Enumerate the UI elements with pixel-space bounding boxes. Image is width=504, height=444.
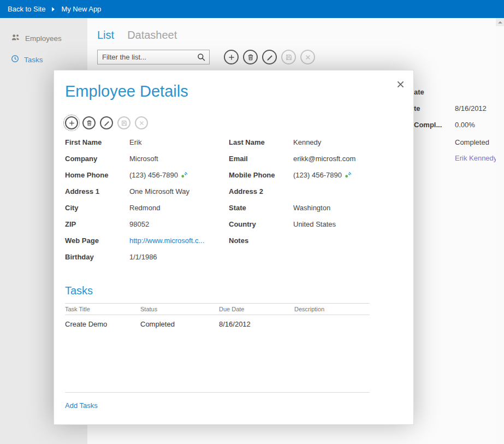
lync-presence-icon[interactable] — [345, 171, 352, 179]
column-header-task-title: Task Title — [65, 306, 140, 312]
people-icon — [11, 33, 20, 44]
web-page-link[interactable]: http://www.microsoft.c... — [129, 236, 204, 245]
toolbar-delete-button[interactable] — [243, 50, 258, 64]
bg-field-label: ate — [414, 88, 424, 96]
clock-icon — [11, 55, 19, 64]
sidebar-item-label: Tasks — [24, 56, 43, 64]
field-value-zip: 98052 — [129, 220, 229, 228]
column-header-due-date: Due Date — [219, 306, 294, 312]
field-label-city: City — [65, 204, 129, 212]
toolbar-edit-button[interactable] — [262, 50, 277, 64]
vertical-scrollbar[interactable] — [496, 18, 504, 444]
field-label-country: Country — [229, 220, 293, 228]
field-value-first-name: Erik — [129, 138, 229, 146]
dialog-cancel-button[interactable] — [135, 116, 148, 129]
field-label-birthday: Birthday — [65, 253, 129, 261]
field-label-company: Company — [65, 155, 129, 163]
field-value-city: Redmond — [129, 204, 229, 212]
scroll-up-button[interactable] — [496, 18, 504, 26]
list-action-bar — [97, 50, 315, 64]
field-value-last-name: Kennedy — [293, 138, 394, 146]
filter-input[interactable] — [98, 50, 209, 64]
tab-list[interactable]: List — [97, 29, 114, 42]
cell-due-date: 8/16/2012 — [219, 320, 294, 328]
home-phone-text: (123) 456-7890 — [129, 171, 178, 179]
table-row[interactable]: Create Demo Completed 8/16/2012 — [65, 315, 370, 333]
column-header-status: Status — [140, 306, 219, 312]
field-label-address2: Address 2 — [229, 187, 293, 196]
field-value-birthday: 1/1/1986 — [129, 253, 229, 261]
close-icon[interactable] — [396, 80, 405, 88]
field-label-mobile-phone: Mobile Phone — [229, 171, 293, 179]
view-tabs: List Datasheet — [97, 29, 177, 42]
field-label-first-name: First Name — [65, 138, 129, 146]
employee-fields: First Name Erik Last Name Kennedy Compan… — [65, 134, 404, 265]
sidebar-item-tasks[interactable]: Tasks — [0, 49, 87, 70]
list-toolbar — [224, 50, 315, 64]
field-label-notes: Notes — [229, 236, 293, 245]
field-label-email: Email — [229, 155, 293, 163]
bg-field-value: Completed — [455, 138, 489, 146]
suite-bar: Back to Site My New App — [0, 0, 504, 18]
add-tasks-link[interactable]: Add Tasks — [65, 401, 98, 410]
column-header-description: Description — [294, 306, 370, 312]
related-item-link[interactable]: Erik Kennedy — [455, 154, 497, 162]
lync-presence-icon[interactable] — [181, 171, 188, 179]
sidebar-item-employees[interactable]: Employees — [0, 28, 87, 49]
field-label-state: State — [229, 204, 293, 212]
dialog-save-button[interactable] — [117, 116, 131, 129]
cell-description — [294, 320, 370, 328]
field-value-company: Microsoft — [129, 155, 229, 163]
dialog-delete-button[interactable] — [82, 116, 96, 129]
dialog-add-button[interactable] — [65, 116, 78, 129]
related-tasks-table: Task Title Status Due Date Description C… — [65, 303, 370, 393]
field-value-home-phone: (123) 456-7890 — [129, 171, 229, 179]
bg-field-label: Compl... — [414, 121, 442, 129]
bg-field-value: 0.00% — [455, 121, 475, 129]
tab-datasheet[interactable]: Datasheet — [127, 29, 177, 42]
dialog-toolbar — [65, 116, 148, 129]
field-label-web-page: Web Page — [65, 236, 129, 245]
field-value-state: Washington — [293, 204, 394, 212]
field-value-address1: One Microsoft Way — [129, 187, 229, 196]
bg-field-label: te — [414, 104, 420, 113]
related-tasks-heading: Tasks — [65, 285, 93, 297]
back-to-site-link[interactable]: Back to Site — [8, 5, 45, 13]
field-label-home-phone: Home Phone — [65, 171, 129, 179]
toolbar-cancel-button[interactable] — [300, 50, 315, 64]
app-title-link[interactable]: My New App — [61, 5, 101, 13]
employee-details-dialog: Employee Details First Name Erik Last Na… — [54, 70, 414, 425]
scroll-up-icon — [498, 21, 502, 23]
field-label-address1: Address 1 — [65, 187, 129, 196]
cell-task-title: Create Demo — [65, 320, 140, 328]
toolbar-add-button[interactable] — [224, 50, 239, 64]
dialog-edit-button[interactable] — [100, 116, 113, 129]
cell-status: Completed — [140, 320, 219, 328]
tasks-table-header: Task Title Status Due Date Description — [65, 303, 370, 315]
search-icon[interactable] — [197, 53, 206, 64]
field-value-country: United States — [293, 220, 394, 228]
field-label-last-name: Last Name — [229, 138, 293, 146]
breadcrumb-arrow-icon — [52, 7, 55, 11]
mobile-phone-text: (123) 456-7890 — [293, 171, 342, 179]
dialog-title: Employee Details — [65, 82, 188, 100]
sidebar-item-label: Employees — [25, 34, 62, 43]
field-value-email: erikk@microsft.com — [293, 155, 394, 163]
field-value-mobile-phone: (123) 456-7890 — [293, 171, 394, 179]
bg-field-value: 8/16/2012 — [455, 104, 487, 113]
filter-box — [97, 50, 210, 64]
field-label-zip: ZIP — [65, 220, 129, 228]
toolbar-save-button[interactable] — [281, 50, 296, 64]
